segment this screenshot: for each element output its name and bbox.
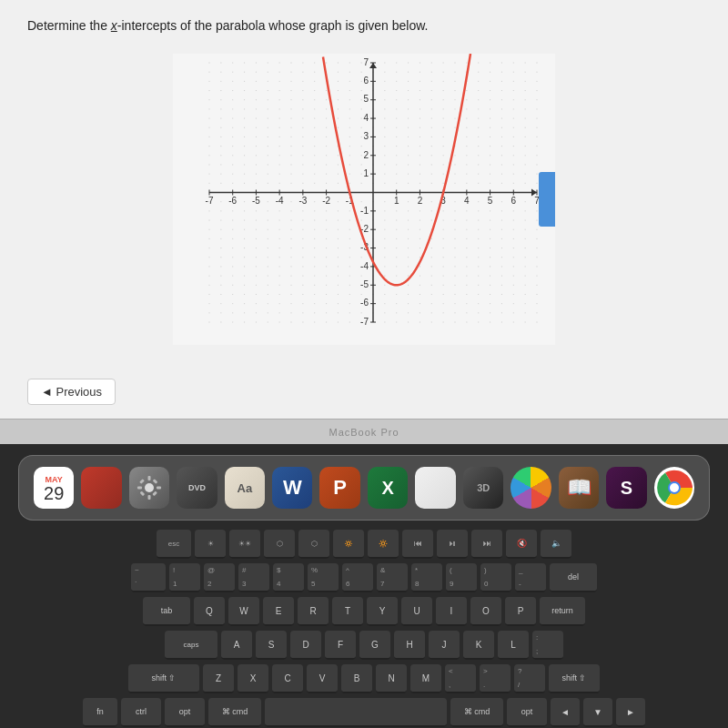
key-minus[interactable]: _ -	[515, 563, 546, 592]
key-ctrl[interactable]: ctrl	[121, 698, 161, 727]
key-option-left[interactable]: opt	[165, 698, 205, 727]
dock-item-calendar[interactable]: MAY 29	[34, 467, 74, 509]
key-f1[interactable]: ☀	[195, 530, 226, 559]
graph-container	[27, 46, 701, 351]
chrome-icon	[656, 470, 693, 506]
key-t[interactable]: T	[332, 597, 363, 626]
key-l[interactable]: L	[498, 631, 529, 660]
key-cmd-left[interactable]: ⌘ cmd	[208, 698, 261, 727]
key-slash[interactable]: ? /	[514, 664, 545, 693]
key-y[interactable]: Y	[367, 597, 398, 626]
key-x[interactable]: X	[238, 664, 268, 693]
svg-rect-6	[153, 479, 158, 484]
key-f4[interactable]: ⬡	[298, 530, 329, 559]
key-fn[interactable]: fn	[83, 698, 117, 727]
key-f2[interactable]: ☀☀	[229, 530, 260, 559]
dock-item-dictionary[interactable]: Aa	[225, 467, 265, 509]
key-d[interactable]: D	[290, 631, 321, 660]
keyboard-area: MAY 29	[0, 444, 728, 728]
key-f10[interactable]: 🔇	[506, 530, 537, 559]
dock-item-calendar-app[interactable]	[415, 467, 456, 509]
dock-item-photos[interactable]	[511, 467, 551, 509]
key-tab[interactable]: tab	[143, 597, 190, 626]
asdf-row: caps A S D F G H J K L : ;	[27, 631, 701, 660]
blue-tab[interactable]	[539, 172, 555, 227]
key-7[interactable]: & 7	[377, 563, 408, 592]
dock-item-system-preferences[interactable]	[129, 467, 169, 509]
key-9[interactable]: ( 9	[446, 563, 477, 592]
key-f7[interactable]: ⏮	[402, 530, 433, 559]
key-h[interactable]: H	[394, 631, 425, 660]
key-g[interactable]: G	[359, 631, 390, 660]
key-a[interactable]: A	[221, 631, 252, 660]
dock-item-word[interactable]: W	[272, 467, 312, 509]
key-f9[interactable]: ⏭	[471, 530, 502, 559]
key-n[interactable]: N	[376, 664, 407, 693]
dock-item-excel[interactable]: X	[368, 467, 408, 509]
key-v[interactable]: V	[307, 664, 338, 693]
question-text: Determine the x-intercepts of the parabo…	[27, 18, 701, 33]
function-key-row: esc ☀ ☀☀ ⬡ ⬡ 🔅 🔆 ⏮ ⏯ ⏭ 🔇 🔈	[27, 530, 701, 559]
key-b[interactable]: B	[341, 664, 372, 693]
key-u[interactable]: U	[401, 597, 432, 626]
key-caps[interactable]: caps	[165, 631, 217, 660]
key-f6[interactable]: 🔆	[368, 530, 399, 559]
key-k[interactable]: K	[463, 631, 494, 660]
svg-rect-8	[152, 491, 157, 497]
dock: MAY 29	[18, 455, 710, 521]
dock-item-3d[interactable]: 3D	[463, 467, 503, 509]
key-right[interactable]: ►	[616, 698, 645, 727]
key-i[interactable]: I	[436, 597, 467, 626]
key-m[interactable]: M	[410, 664, 441, 693]
key-w[interactable]: W	[228, 597, 259, 626]
key-period[interactable]: > .	[480, 664, 511, 693]
excel-label: X	[381, 478, 393, 499]
key-cmd-right[interactable]: ⌘ cmd	[450, 698, 503, 727]
key-comma[interactable]: < ,	[445, 664, 476, 693]
key-delete[interactable]: del	[550, 563, 597, 592]
parabola-graph	[173, 54, 555, 345]
key-f5[interactable]: 🔅	[333, 530, 364, 559]
key-j[interactable]: J	[429, 631, 460, 660]
svg-rect-2	[148, 495, 151, 500]
key-shift-left[interactable]: shift ⇧	[128, 664, 199, 693]
slack-label: S	[621, 478, 632, 499]
key-semicolon[interactable]: : ;	[532, 631, 563, 660]
key-8[interactable]: * 8	[411, 563, 442, 592]
key-left[interactable]: ◄	[551, 698, 580, 727]
key-e[interactable]: E	[263, 597, 294, 626]
dock-item-ibooks[interactable]: 📖	[559, 467, 599, 509]
dock-item-dvd[interactable]: DVD	[177, 467, 217, 509]
key-shift-right[interactable]: shift ⇧	[549, 664, 600, 693]
key-p[interactable]: P	[505, 597, 536, 626]
key-5[interactable]: % 5	[308, 563, 339, 592]
key-f[interactable]: F	[325, 631, 356, 660]
key-esc[interactable]: esc	[157, 530, 191, 559]
calendar-day: 29	[44, 484, 64, 502]
key-4[interactable]: $ 4	[273, 563, 304, 592]
key-o[interactable]: O	[470, 597, 501, 626]
key-f8[interactable]: ⏯	[437, 530, 468, 559]
dock-item-chrome[interactable]	[654, 467, 694, 509]
key-0[interactable]: ) 0	[480, 563, 511, 592]
key-down[interactable]: ▼	[583, 698, 612, 727]
key-2[interactable]: @ 2	[204, 563, 235, 592]
dock-item-photos-thumb[interactable]	[81, 467, 122, 509]
previous-button[interactable]: ◄ Previous	[27, 379, 116, 405]
key-r[interactable]: R	[298, 597, 329, 626]
dock-item-slack[interactable]: S	[606, 467, 646, 509]
key-s[interactable]: S	[256, 631, 287, 660]
key-tilde[interactable]: ~ `	[131, 563, 166, 592]
key-f11[interactable]: 🔈	[541, 530, 571, 559]
key-q[interactable]: Q	[194, 597, 225, 626]
key-option-right[interactable]: opt	[507, 698, 547, 727]
key-1[interactable]: ! 1	[169, 563, 200, 592]
key-3[interactable]: # 3	[238, 563, 269, 592]
key-6[interactable]: ^ 6	[342, 563, 373, 592]
key-return[interactable]: return	[540, 597, 585, 626]
key-c[interactable]: C	[272, 664, 303, 693]
key-f3[interactable]: ⬡	[264, 530, 295, 559]
key-z[interactable]: Z	[203, 664, 234, 693]
key-space[interactable]	[265, 698, 447, 727]
dock-item-powerpoint[interactable]: P	[319, 467, 359, 509]
